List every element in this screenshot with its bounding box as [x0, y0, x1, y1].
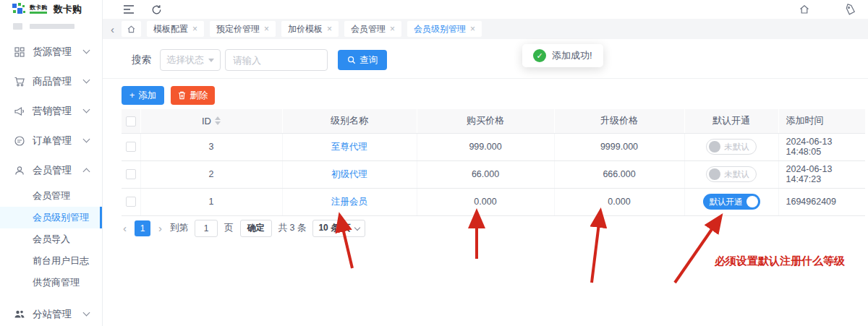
sidebar-subitem-supplier[interactable]: 供货商管理 — [0, 272, 102, 293]
tab-member-manage[interactable]: 会员管理 × — [344, 21, 401, 37]
close-icon[interactable]: × — [264, 25, 269, 33]
cell-buy-price: 0.000 — [417, 188, 554, 215]
sidebar: 数卡购 数卡购 货源管理 — [0, 0, 103, 326]
sidebar-subitem-member-level[interactable]: 会员级别管理 — [0, 207, 102, 228]
tab-preset-price[interactable]: 预定价管理 × — [210, 21, 276, 37]
home-icon[interactable] — [797, 2, 812, 17]
annotation-note: 必须设置默认注册什么等级 — [715, 254, 845, 268]
toggle-knob — [709, 141, 720, 153]
sidebar-item-orders[interactable]: 订单管理 — [0, 126, 102, 155]
cell-upgrade-price: 9999.000 — [554, 133, 684, 160]
page-size-select[interactable]: 10 条/页 — [312, 220, 365, 237]
refresh-icon[interactable] — [149, 2, 163, 17]
members-submenu: 会员管理 会员级别管理 会员导入 前台用户日志 供货商管理 — [0, 185, 102, 293]
prev-page-icon[interactable]: ‹ — [122, 223, 128, 233]
logo-icon — [12, 2, 26, 17]
logo-underline — [30, 12, 47, 14]
tab-member-level[interactable]: 会员级别管理 × — [407, 21, 482, 37]
toast-message: 添加成功! — [552, 49, 592, 62]
tab-template-config[interactable]: 模板配置 × — [147, 21, 204, 37]
cell-id: 1 — [140, 188, 282, 215]
tab-markup-template[interactable]: 加价模板 × — [281, 21, 339, 37]
add-button[interactable]: + 添加 — [122, 86, 164, 105]
table-header-row: ID 级别名称 购买价格 升级价格 默认开通 添加时间 — [122, 109, 865, 133]
sidebar-item-products[interactable]: 商品管理 — [0, 67, 102, 96]
home-icon — [127, 25, 136, 34]
cell-created: 1694962409 — [778, 188, 865, 215]
col-level-name: 级别名称 — [282, 109, 417, 133]
caret-down-icon — [208, 59, 214, 62]
goto-page-input[interactable] — [195, 220, 218, 237]
tag-icon[interactable] — [843, 2, 858, 17]
row-checkbox[interactable] — [126, 169, 136, 179]
sidebar-item-members[interactable]: 会员管理 — [0, 155, 102, 185]
col-id[interactable]: ID — [140, 109, 282, 133]
close-icon[interactable]: × — [327, 25, 332, 33]
level-name-link[interactable]: 注册会员 — [331, 197, 367, 207]
order-icon — [14, 135, 25, 147]
table-row: 2 初级代理 66.000 666.000 未默认 2024-06-13 14:… — [122, 160, 865, 188]
row-checkbox[interactable] — [126, 197, 136, 207]
default-toggle[interactable]: 默认开通 — [703, 194, 760, 210]
col-created-time: 添加时间 — [778, 109, 865, 133]
sidebar-item-substation[interactable]: 分站管理 — [0, 299, 102, 326]
goto-suffix: 页 — [224, 222, 234, 234]
logo-mark: 数卡购 — [30, 5, 47, 14]
page-number-button[interactable]: 1 — [135, 220, 150, 236]
users-icon — [14, 309, 25, 320]
cell-buy-price: 66.000 — [417, 160, 554, 188]
level-name-link[interactable]: 至尊代理 — [331, 142, 367, 152]
close-icon[interactable]: × — [470, 25, 475, 33]
close-icon[interactable]: × — [192, 25, 197, 33]
check-circle-icon: ✓ — [533, 49, 546, 62]
confirm-button[interactable]: 确定 — [240, 220, 272, 237]
cell-id: 2 — [140, 160, 282, 188]
table-row: 3 至尊代理 999.000 9999.000 未默认 2024-06-13 1… — [122, 133, 865, 160]
search-section: 搜索 选择状态 查询 — [103, 39, 868, 79]
search-input[interactable] — [225, 49, 328, 71]
sidebar-nav: 货源管理 商品管理 营销管理 — [0, 37, 102, 326]
status-select[interactable]: 选择状态 — [160, 49, 221, 71]
toolbar: + 添加 删除 — [122, 86, 868, 105]
row-checkbox[interactable] — [126, 142, 136, 152]
partial-icon — [13, 23, 22, 30]
col-upgrade-price: 升级价格 — [554, 109, 684, 133]
sidebar-item-marketing[interactable]: 营销管理 — [0, 96, 102, 126]
select-all-checkbox[interactable] — [126, 116, 136, 126]
success-toast: ✓ 添加成功! — [522, 44, 603, 67]
col-default-open: 默认开通 — [684, 109, 778, 133]
cell-created: 2024-06-13 14:47:23 — [778, 160, 865, 188]
delete-button[interactable]: 删除 — [171, 86, 215, 105]
search-icon — [347, 56, 356, 64]
query-button[interactable]: 查询 — [338, 50, 387, 70]
sidebar-item-supply[interactable]: 货源管理 — [0, 37, 102, 67]
close-icon[interactable]: × — [390, 25, 395, 33]
topbar-right-icons — [797, 2, 858, 17]
sort-icon[interactable] — [215, 116, 221, 125]
cell-upgrade-price: 0.000 — [554, 188, 684, 215]
default-toggle[interactable]: 未默认 — [706, 139, 757, 155]
tabs-back-icon[interactable]: ‹ — [109, 24, 116, 35]
logo: 数卡购 数卡购 — [0, 0, 102, 19]
sidebar-subitem-member-import[interactable]: 会员导入 — [0, 228, 102, 250]
toggle-knob — [709, 168, 720, 180]
sidebar-subitem-user-log[interactable]: 前台用户日志 — [0, 250, 102, 272]
chevron-down-icon — [83, 77, 90, 84]
grid-icon — [14, 46, 25, 58]
next-page-icon[interactable]: › — [157, 223, 163, 233]
chevron-down-icon — [83, 136, 90, 143]
tab-home[interactable] — [122, 21, 141, 37]
chevron-down-icon — [83, 106, 90, 113]
collapse-menu-icon[interactable] — [122, 2, 136, 17]
default-toggle[interactable]: 未默认 — [706, 166, 757, 182]
table-row: 1 注册会员 0.000 0.000 默认开通 1694962409 — [122, 188, 865, 215]
level-name-link[interactable]: 初级代理 — [331, 169, 367, 179]
sidebar-subitem-member-manage[interactable]: 会员管理 — [0, 185, 102, 207]
pagination: ‹ 1 › 到第 页 确定 共 3 条 10 条/页 — [122, 220, 868, 237]
cell-buy-price: 999.000 — [417, 133, 554, 160]
toggle-knob — [746, 196, 758, 207]
chevron-up-icon — [83, 168, 90, 176]
tab-strip: ‹ 模板配置 × 预定价管理 × 加价模板 × 会员管理 × 会员级别管理 × — [103, 19, 868, 39]
col-buy-price: 购买价格 — [417, 109, 554, 133]
sidebar-item-partial[interactable] — [13, 23, 102, 30]
